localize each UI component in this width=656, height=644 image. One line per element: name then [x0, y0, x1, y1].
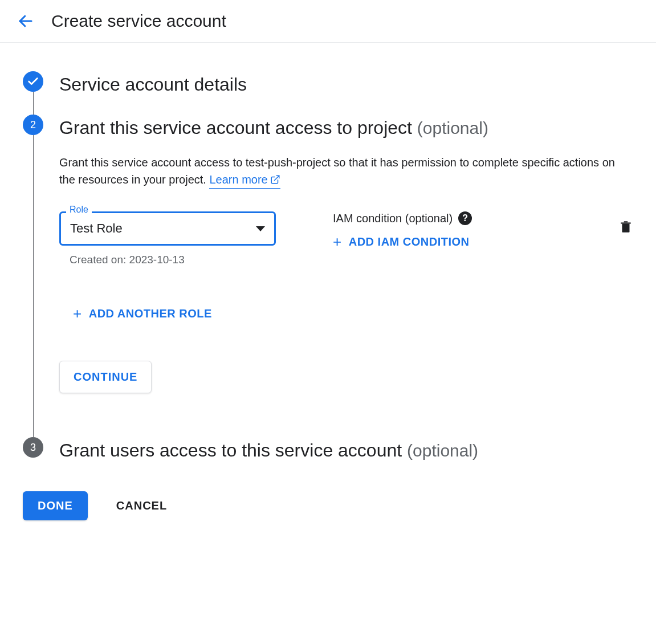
learn-more-text: Learn more [209, 171, 267, 188]
step-2-number: 2 [30, 119, 36, 131]
step-1-content: Service account details [59, 71, 633, 97]
step-2-content: Grant this service account access to pro… [59, 115, 633, 416]
role-row: Role Test Role Created on: 2023-10-13 IA… [59, 211, 633, 266]
trash-icon [618, 219, 633, 234]
step-2-subtitle: (optional) [417, 119, 488, 137]
role-field-label: Role [66, 205, 92, 215]
footer-buttons: DONE CANCEL [23, 491, 633, 520]
step-3-circle: 3 [23, 437, 43, 458]
step-1-indicator [23, 71, 43, 115]
back-arrow-icon[interactable] [17, 13, 34, 30]
page-title: Create service account [51, 11, 226, 31]
external-link-icon [270, 174, 280, 185]
step-1-title: Service account details [59, 72, 633, 97]
add-role-label: ADD ANOTHER ROLE [89, 307, 212, 320]
role-hint: Created on: 2023-10-13 [70, 254, 276, 266]
step-3-indicator: 3 [23, 437, 43, 458]
cancel-label: CANCEL [116, 499, 167, 512]
add-iam-label: ADD IAM CONDITION [349, 235, 470, 248]
iam-condition-header: IAM condition (optional) ? [333, 211, 561, 225]
step-2-circle: 2 [23, 115, 43, 135]
step-3-title: Grant users access to this service accou… [59, 438, 633, 463]
step-2-title: Grant this service account access to pro… [59, 116, 633, 140]
delete-role-button[interactable] [618, 219, 633, 237]
wizard-content: Service account details 2 Grant this ser… [0, 43, 656, 543]
done-button[interactable]: DONE [23, 491, 88, 520]
plus-icon: + [333, 234, 342, 249]
role-value: Test Role [70, 221, 123, 236]
step-2-desc-text: Grant this service account access to tes… [59, 156, 615, 186]
step-2-row: 2 Grant this service account access to p… [23, 115, 633, 437]
iam-header-text: IAM condition (optional) [333, 212, 453, 225]
step-3-content: Grant users access to this service accou… [59, 437, 633, 463]
step-3-subtitle: (optional) [407, 441, 478, 460]
help-icon[interactable]: ? [458, 211, 472, 225]
step-1-row: Service account details [23, 71, 633, 115]
role-select-wrap: Role Test Role [59, 211, 276, 246]
step-1-circle [23, 71, 43, 92]
role-select[interactable]: Test Role [59, 211, 276, 246]
svg-line-1 [274, 176, 279, 180]
step-connector [33, 92, 34, 115]
step-2-title-text: Grant this service account access to pro… [59, 117, 412, 138]
continue-button[interactable]: CONTINUE [59, 361, 152, 393]
add-iam-condition-button[interactable]: + ADD IAM CONDITION [333, 234, 561, 249]
role-column: Role Test Role Created on: 2023-10-13 [59, 211, 276, 266]
page-header: Create service account [0, 0, 656, 43]
iam-column: IAM condition (optional) ? + ADD IAM CON… [333, 211, 561, 249]
learn-more-link[interactable]: Learn more [209, 171, 280, 189]
step-connector [33, 135, 34, 437]
step-2-indicator: 2 [23, 115, 43, 437]
step-3-title-text: Grant users access to this service accou… [59, 440, 407, 460]
check-icon [27, 75, 39, 88]
plus-icon: + [73, 306, 82, 321]
add-another-role-button[interactable]: + ADD ANOTHER ROLE [73, 306, 633, 321]
step-3-number: 3 [30, 442, 36, 454]
continue-label: CONTINUE [74, 370, 137, 383]
done-label: DONE [38, 499, 73, 512]
cancel-button[interactable]: CANCEL [116, 499, 167, 512]
dropdown-arrow-icon [256, 226, 265, 231]
step-2-description: Grant this service account access to tes… [59, 154, 633, 189]
step-3-row: 3 Grant users access to this service acc… [23, 437, 633, 463]
